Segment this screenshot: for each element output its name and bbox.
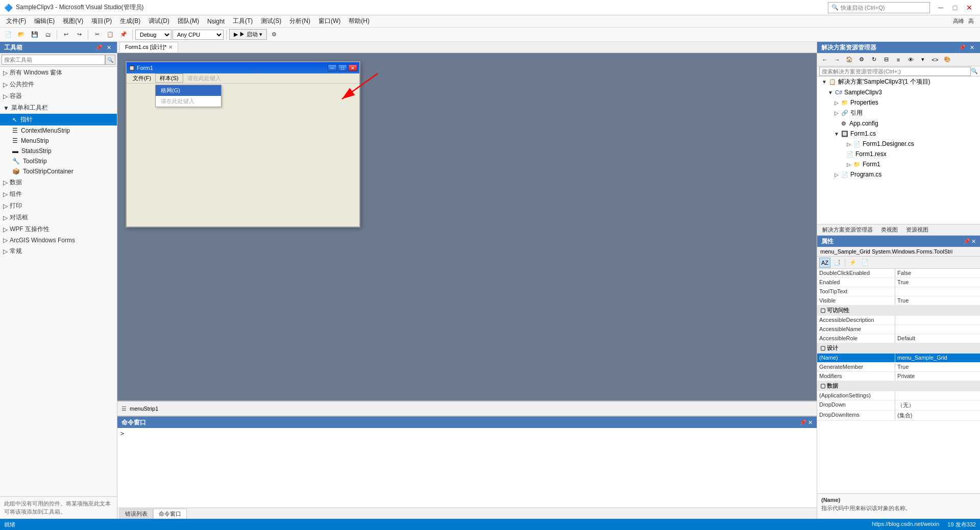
toolbox-item-toolstrip[interactable]: 🔧 ToolStrip — [0, 156, 117, 166]
sol-forward-btn[interactable]: → — [831, 55, 843, 65]
form-menu-sample[interactable]: 样本(S) — [155, 73, 183, 83]
toolbar-new-btn[interactable]: 📄 — [2, 29, 14, 40]
prop-row-dropdown[interactable]: DropDown （无） — [817, 400, 980, 411]
tree-solution-root[interactable]: ▼ 📋 解决方案'SampleClipv3'(1 个项目) — [817, 77, 980, 87]
toolbar-cut-btn[interactable]: ✂ — [91, 29, 103, 40]
submenu-item-grid[interactable]: 格网(G) — [156, 85, 221, 96]
tree-properties[interactable]: ▷ 📁 Properties — [817, 97, 980, 108]
menu-project[interactable]: 项目(P) — [87, 16, 116, 27]
sol-properties-btn[interactable]: ≡ — [893, 55, 904, 65]
toolbox-pin-btn[interactable]: 📌 — [94, 44, 104, 51]
toolbar-undo-btn[interactable]: ↩ — [60, 29, 72, 40]
sol-settings-btn[interactable]: ⚙ — [856, 55, 867, 65]
toolbar-extra-btn[interactable]: ⚙ — [268, 29, 280, 40]
debug-config-select[interactable]: Debug Release — [135, 30, 172, 40]
maximize-button[interactable]: □ — [948, 1, 962, 14]
toolbox-close-btn[interactable]: ✕ — [105, 44, 113, 51]
prop-row-name[interactable]: (Name) menu_Sample_Grid — [817, 354, 980, 363]
toolbox-cat-general-header[interactable]: ▷ 常规 — [0, 245, 117, 257]
tab-command-window[interactable]: 命令窗口 — [153, 509, 187, 519]
toolbox-cat-data-header[interactable]: ▷ 数据 — [0, 176, 117, 188]
form-close-btn[interactable]: ✕ — [348, 64, 357, 71]
tree-expand-form1folder[interactable]: ▷ — [846, 161, 852, 167]
form-menu-placeholder[interactable]: 请在此处键入 — [183, 73, 225, 83]
menu-build[interactable]: 生成(B) — [116, 16, 144, 27]
form-menu-file[interactable]: 文件(F) — [129, 73, 155, 83]
sol-refresh-btn[interactable]: ↻ — [868, 55, 879, 65]
prop-row-visible[interactable]: Visible True — [817, 296, 980, 306]
quick-launch-input[interactable] — [841, 5, 917, 11]
tree-appconfig[interactable]: ⚙ App.config — [817, 118, 980, 129]
sol-code-btn[interactable]: <> — [929, 55, 941, 65]
sol-pin-btn[interactable]: 📌 — [957, 44, 967, 51]
menu-analyze[interactable]: 分析(N) — [285, 16, 314, 27]
toolbox-item-toolstripcontainer[interactable]: 📦 ToolStripContainer — [0, 166, 117, 176]
cmd-body[interactable]: > — [117, 428, 817, 508]
tree-expand-root[interactable]: ▼ — [821, 79, 827, 85]
tree-project-root[interactable]: ▼ C# SampleClipv3 — [817, 87, 980, 97]
toolbox-item-contextmenu[interactable]: ☰ ContextMenuStrip — [0, 125, 117, 136]
tree-form1designer[interactable]: ▷ 📄 Form1.Designer.cs — [817, 139, 980, 149]
toolbar-redo-btn[interactable]: ↪ — [73, 29, 85, 40]
sol-tab-solution[interactable]: 解决方案资源管理器 — [819, 225, 876, 235]
sol-showall-btn[interactable]: 👁 — [905, 55, 916, 65]
tree-form1-folder[interactable]: ▷ 📁 Form1 — [817, 159, 980, 169]
prop-row-enabled[interactable]: Enabled True — [817, 278, 980, 287]
sol-close-btn[interactable]: ✕ — [968, 44, 976, 51]
menu-edit[interactable]: 编辑(E) — [30, 16, 59, 27]
sol-filter-btn[interactable]: ▾ — [917, 55, 928, 65]
sol-designer-btn[interactable]: 🎨 — [942, 55, 953, 65]
props-btn-categorized[interactable]: 📑 — [831, 258, 843, 268]
toolbar-open-btn[interactable]: 📂 — [15, 29, 28, 40]
tree-references[interactable]: ▷ 🔗 引用 — [817, 108, 980, 118]
menu-test[interactable]: 测试(S) — [257, 16, 285, 27]
toolbox-search-btn[interactable]: 🔍 — [105, 55, 115, 65]
menu-view[interactable]: 视图(V) — [59, 16, 87, 27]
prop-row-doubleclickenabled[interactable]: DoubleClickEnabled False — [817, 269, 980, 278]
form-minimize-btn[interactable]: ─ — [328, 64, 337, 71]
sol-tab-classview[interactable]: 类视图 — [878, 225, 901, 235]
props-btn-alphabetical[interactable]: AZ — [819, 258, 830, 268]
menu-help[interactable]: 帮助(H) — [345, 16, 374, 27]
start-button[interactable]: ▶ ▶ 启动 ▾ — [229, 29, 267, 40]
toolbox-cat-common-header[interactable]: ▷ 公共控件 — [0, 79, 117, 90]
minimize-button[interactable]: ─ — [934, 1, 947, 14]
cmd-pin-btn[interactable]: 📌 — [799, 419, 806, 426]
toolbar-copy-btn[interactable]: 📋 — [104, 29, 116, 40]
tree-expand-properties[interactable]: ▷ — [834, 99, 840, 106]
menu-nsight[interactable]: Nsight — [203, 17, 229, 26]
prop-row-accessiblerole[interactable]: AccessibleRole Default — [817, 334, 980, 343]
toolbox-item-statusstrip[interactable]: ▬ StatusStrip — [0, 146, 117, 156]
toolbar-paste-btn[interactable]: 📌 — [117, 29, 130, 40]
form-maximize-btn[interactable]: □ — [338, 64, 347, 71]
tree-expand-project[interactable]: ▼ — [827, 89, 834, 95]
tree-expand-refs[interactable]: ▷ — [834, 110, 840, 116]
toolbox-cat-print-header[interactable]: ▷ 打印 — [0, 200, 117, 212]
toolbox-cat-container-header[interactable]: ▷ 容器 — [0, 90, 117, 102]
submenu-item-placeholder[interactable]: 请在此处键入 — [156, 96, 221, 107]
design-tab[interactable]: Form1.cs [设计]* ✕ — [119, 42, 178, 53]
sol-tab-resview[interactable]: 资源视图 — [903, 225, 932, 235]
props-pin-btn[interactable]: 📌 — [963, 238, 970, 245]
sol-back-btn[interactable]: ← — [819, 55, 830, 65]
toolbox-item-menustrip[interactable]: ☰ MenuStrip — [0, 136, 117, 146]
toolbar-saveall-btn[interactable]: 🗂 — [42, 29, 54, 40]
toolbox-cat-arcgis-header[interactable]: ▷ ArcGIS Windows Forms — [0, 235, 117, 245]
prop-row-accessibledesc[interactable]: AccessibleDescription — [817, 316, 980, 325]
tree-expand-form1[interactable]: ▼ — [834, 131, 840, 137]
solution-search-input[interactable] — [819, 67, 971, 76]
tree-programcs[interactable]: ▷ 📄 Program.cs — [817, 169, 980, 180]
sol-home-btn[interactable]: 🏠 — [844, 55, 855, 65]
close-button[interactable]: ✕ — [963, 1, 976, 14]
toolbox-cat-component-header[interactable]: ▷ 组件 — [0, 188, 117, 200]
prop-row-modifiers[interactable]: Modifiers Private — [817, 372, 980, 381]
menu-tools[interactable]: 工具(T) — [229, 16, 257, 27]
tab-error-list[interactable]: 错误列表 — [119, 509, 153, 519]
component-name[interactable]: menuStrip1 — [130, 406, 158, 412]
tree-form1cs[interactable]: ▼ 🔲 Form1.cs — [817, 129, 980, 139]
sol-search-btn[interactable]: 🔍 — [971, 68, 978, 74]
toolbox-cat-dialog-header[interactable]: ▷ 对话框 — [0, 212, 117, 223]
tree-form1resx[interactable]: 📄 Form1.resx — [817, 149, 980, 159]
design-tab-close[interactable]: ✕ — [168, 44, 173, 50]
prop-row-dropdownitems[interactable]: DropDownItems (集合) — [817, 411, 980, 421]
